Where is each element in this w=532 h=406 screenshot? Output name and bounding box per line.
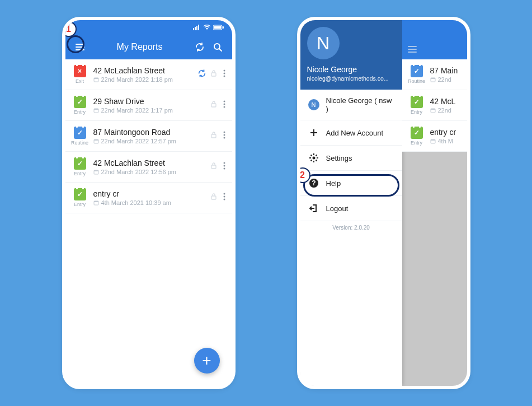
svg-rect-46 [431, 139, 435, 141]
svg-rect-6 [223, 26, 224, 29]
drawer-item-account[interactable]: N Nicole George ( nsw ) [300, 90, 402, 120]
report-type-tag: ✓Entry [69, 96, 91, 115]
list-item[interactable]: ✓Entryentry cr4th M [402, 121, 467, 152]
report-date: 22nd [430, 76, 463, 83]
report-date: 4th March 2021 10:39 am [93, 199, 210, 206]
svg-point-11 [223, 70, 225, 72]
list-item[interactable]: ✓Entry42 McLachlan Street22nd March 2022… [65, 152, 232, 183]
wifi-icon [203, 25, 211, 30]
svg-point-18 [223, 104, 225, 105]
calendar-icon: ✓ [74, 96, 86, 108]
avatar-small-icon: N [308, 99, 319, 110]
sync-icon [197, 69, 206, 80]
status-bar [65, 20, 232, 35]
date-icon [430, 108, 436, 113]
report-type-tag: ✓Routine [406, 65, 428, 84]
svg-rect-3 [198, 25, 199, 30]
report-type-label: Entry [74, 109, 86, 115]
svg-point-35 [223, 193, 225, 195]
lock-icon [210, 69, 218, 80]
more-icon[interactable] [221, 131, 228, 141]
lock-icon [210, 193, 218, 203]
report-type-tag: ✓Entry [406, 127, 428, 146]
report-type-tag: ✓Entry [406, 96, 428, 115]
report-title: 42 McLachlan Street [93, 66, 197, 75]
report-title: entry cr [430, 128, 463, 137]
svg-point-12 [223, 73, 225, 74]
svg-point-25 [223, 137, 225, 139]
list-item[interactable]: ✓Routine87 Main22nd [402, 59, 467, 90]
report-type-label: Exit [76, 78, 84, 84]
lock-icon [210, 100, 218, 110]
svg-rect-33 [94, 201, 98, 202]
page-title: My Reports [89, 42, 191, 52]
app-bar: My Reports [65, 35, 232, 59]
report-date: 22nd March 2022 1:17 pm [93, 107, 210, 114]
list-item[interactable]: ✓Entryentry cr4th March 2021 10:39 am [65, 183, 232, 213]
svg-point-37 [223, 199, 225, 200]
report-title: 29 Shaw Drive [93, 97, 210, 106]
report-title: 87 Maintongoon Road [93, 128, 210, 137]
date-icon [93, 138, 99, 144]
report-title: 42 McLachlan Street [93, 158, 210, 167]
svg-point-23 [223, 132, 225, 133]
report-type-label: Routine [71, 140, 88, 146]
drawer-item-label: Nicole George ( nsw ) [326, 96, 394, 113]
dimmed-background[interactable]: ✓Routine87 Main22nd✓Entry42 McL22nd✓Entr… [402, 20, 467, 386]
svg-point-13 [223, 76, 225, 77]
more-icon[interactable] [221, 193, 228, 203]
calendar-icon: ✓ [74, 127, 86, 139]
more-icon[interactable] [221, 162, 228, 172]
calendar-icon: ✓ [74, 157, 86, 170]
report-title: 87 Main [430, 66, 463, 75]
add-report-fab[interactable]: + [194, 348, 220, 374]
navigation-drawer: N Nicole George nicoleg@dynamicmethods.c… [300, 20, 402, 386]
sync-icon[interactable] [191, 38, 209, 56]
drawer-profile-header: N Nicole George nicoleg@dynamicmethods.c… [300, 20, 402, 90]
plus-icon [308, 127, 319, 138]
svg-point-36 [223, 196, 225, 198]
svg-rect-21 [94, 139, 98, 141]
list-item[interactable]: ✓Routine87 Maintongoon Road22nd March 20… [65, 121, 232, 152]
signal-icon [193, 25, 201, 30]
plus-icon: + [202, 352, 211, 370]
svg-rect-44 [431, 109, 435, 110]
list-item[interactable]: ✓Entry42 McL22nd [402, 90, 467, 121]
report-type-label: Routine [408, 78, 425, 84]
gear-icon [308, 152, 319, 164]
reports-list[interactable]: ×Exit42 McLachlan Street22nd March 2022 … [65, 59, 232, 386]
list-item[interactable]: ✓Entry29 Shaw Drive22nd March 2022 1:17 … [65, 90, 232, 121]
report-type-tag: ✓Entry [69, 188, 91, 207]
drawer-item-logout[interactable]: Logout [300, 196, 402, 221]
more-icon[interactable] [221, 100, 228, 110]
svg-rect-28 [211, 165, 216, 169]
report-type-label: Entry [74, 202, 86, 207]
report-type-label: Entry [74, 171, 86, 176]
date-icon [93, 77, 99, 82]
list-item[interactable]: ×Exit42 McLachlan Street22nd March 2022 … [65, 59, 232, 90]
svg-rect-42 [431, 78, 435, 79]
svg-rect-1 [195, 27, 196, 30]
lock-icon [210, 131, 218, 141]
svg-rect-15 [94, 109, 98, 110]
drawer-item-add-account[interactable]: Add New Account [300, 120, 402, 146]
report-date: 22nd March 2022 12:57 pm [93, 138, 210, 144]
svg-rect-2 [196, 26, 197, 30]
profile-email: nicoleg@dynamicmethods.co... [307, 75, 396, 82]
calendar-icon: ✓ [411, 96, 423, 108]
more-icon[interactable] [221, 69, 228, 80]
svg-rect-9 [94, 78, 98, 79]
calendar-icon: ✓ [411, 65, 423, 77]
report-type-tag: ×Exit [69, 65, 91, 84]
drawer-item-label: Settings [326, 154, 352, 162]
version-text: Version: 2.0.20 [300, 221, 402, 234]
report-title: entry cr [93, 189, 210, 198]
drawer-item-settings[interactable]: Settings [300, 146, 402, 171]
svg-point-19 [223, 106, 225, 108]
phone-right: 2 N Nicole George nicoleg@dynamicmethods… [297, 17, 470, 389]
calendar-icon: × [74, 65, 86, 77]
search-icon[interactable] [209, 38, 227, 56]
date-icon [93, 200, 99, 206]
callout-1: 1 [62, 21, 77, 37]
svg-rect-22 [211, 134, 216, 138]
